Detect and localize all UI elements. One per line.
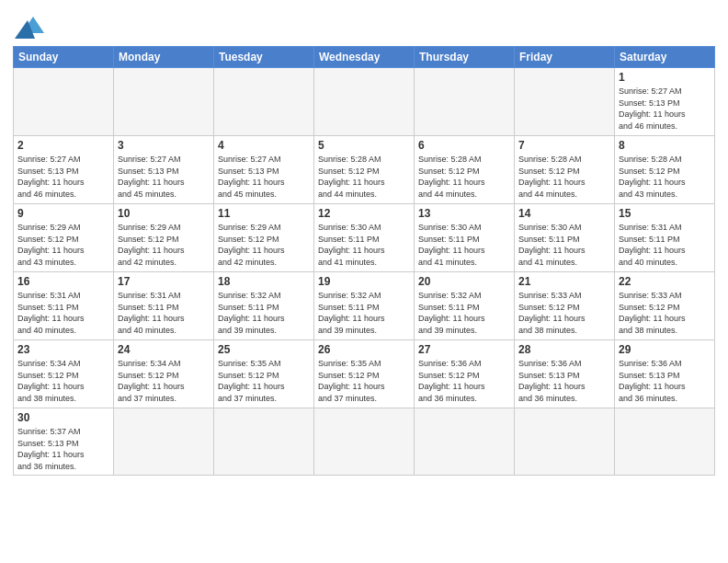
day-info: Sunrise: 5:27 AMSunset: 5:13 PMDaylight:… (218, 154, 310, 200)
calendar-cell: 14Sunrise: 5:30 AMSunset: 5:11 PMDayligh… (515, 204, 615, 272)
day-number: 3 (118, 139, 210, 152)
day-info: Sunrise: 5:27 AMSunset: 5:13 PMDaylight:… (118, 154, 210, 200)
calendar-cell (114, 408, 214, 476)
day-number: 11 (218, 207, 310, 220)
day-info: Sunrise: 5:34 AMSunset: 5:12 PMDaylight:… (118, 358, 210, 404)
day-info: Sunrise: 5:28 AMSunset: 5:12 PMDaylight:… (418, 154, 510, 200)
day-info: Sunrise: 5:36 AMSunset: 5:13 PMDaylight:… (518, 358, 610, 404)
day-number: 17 (118, 275, 210, 288)
calendar-cell (214, 68, 314, 136)
day-number: 5 (318, 139, 410, 152)
calendar-cell: 16Sunrise: 5:31 AMSunset: 5:11 PMDayligh… (14, 272, 114, 340)
day-info: Sunrise: 5:30 AMSunset: 5:11 PMDaylight:… (518, 222, 610, 268)
week-row-1: 1Sunrise: 5:27 AMSunset: 5:13 PMDaylight… (14, 68, 715, 136)
day-number: 20 (418, 275, 510, 288)
day-number: 26 (318, 343, 410, 356)
day-info: Sunrise: 5:37 AMSunset: 5:13 PMDaylight:… (17, 426, 109, 472)
day-info: Sunrise: 5:28 AMSunset: 5:12 PMDaylight:… (518, 154, 610, 200)
day-number: 24 (118, 343, 210, 356)
day-number: 28 (518, 343, 610, 356)
day-info: Sunrise: 5:31 AMSunset: 5:11 PMDaylight:… (118, 290, 210, 336)
day-info: Sunrise: 5:29 AMSunset: 5:12 PMDaylight:… (17, 222, 109, 268)
day-number: 7 (518, 139, 610, 152)
week-row-2: 2Sunrise: 5:27 AMSunset: 5:13 PMDaylight… (14, 136, 715, 204)
day-info: Sunrise: 5:34 AMSunset: 5:12 PMDaylight:… (17, 358, 109, 404)
day-info: Sunrise: 5:30 AMSunset: 5:11 PMDaylight:… (418, 222, 510, 268)
calendar-cell: 2Sunrise: 5:27 AMSunset: 5:13 PMDaylight… (14, 136, 114, 204)
day-number: 30 (17, 411, 109, 424)
day-number: 27 (418, 343, 510, 356)
calendar-cell: 29Sunrise: 5:36 AMSunset: 5:13 PMDayligh… (615, 340, 715, 408)
calendar-cell: 7Sunrise: 5:28 AMSunset: 5:12 PMDaylight… (515, 136, 615, 204)
day-number: 25 (218, 343, 310, 356)
calendar-cell (415, 408, 515, 476)
day-info: Sunrise: 5:35 AMSunset: 5:12 PMDaylight:… (318, 358, 410, 404)
day-number: 23 (17, 343, 109, 356)
day-number: 14 (518, 207, 610, 220)
day-number: 19 (318, 275, 410, 288)
day-number: 6 (418, 139, 510, 152)
calendar-cell: 17Sunrise: 5:31 AMSunset: 5:11 PMDayligh… (114, 272, 214, 340)
calendar-cell: 13Sunrise: 5:30 AMSunset: 5:11 PMDayligh… (415, 204, 515, 272)
logo-icon (15, 13, 44, 39)
weekday-tuesday: Tuesday (214, 47, 314, 68)
day-number: 21 (518, 275, 610, 288)
day-info: Sunrise: 5:33 AMSunset: 5:12 PMDaylight:… (518, 290, 610, 336)
day-number: 22 (619, 275, 711, 288)
calendar-cell (114, 68, 214, 136)
calendar-cell (515, 408, 615, 476)
day-number: 12 (318, 207, 410, 220)
calendar-cell: 30Sunrise: 5:37 AMSunset: 5:13 PMDayligh… (14, 408, 114, 476)
day-info: Sunrise: 5:33 AMSunset: 5:12 PMDaylight:… (619, 290, 711, 336)
calendar-cell (515, 68, 615, 136)
day-info: Sunrise: 5:28 AMSunset: 5:12 PMDaylight:… (619, 154, 711, 200)
day-info: Sunrise: 5:31 AMSunset: 5:11 PMDaylight:… (17, 290, 109, 336)
day-info: Sunrise: 5:27 AMSunset: 5:13 PMDaylight:… (17, 154, 109, 200)
calendar-cell (214, 408, 314, 476)
day-number: 18 (218, 275, 310, 288)
day-number: 4 (218, 139, 310, 152)
weekday-saturday: Saturday (615, 47, 715, 68)
week-row-5: 23Sunrise: 5:34 AMSunset: 5:12 PMDayligh… (14, 340, 715, 408)
calendar-cell: 9Sunrise: 5:29 AMSunset: 5:12 PMDaylight… (14, 204, 114, 272)
day-number: 8 (619, 139, 711, 152)
day-number: 2 (17, 139, 109, 152)
calendar-cell: 12Sunrise: 5:30 AMSunset: 5:11 PMDayligh… (314, 204, 415, 272)
weekday-thursday: Thursday (415, 47, 515, 68)
day-number: 13 (418, 207, 510, 220)
day-info: Sunrise: 5:29 AMSunset: 5:12 PMDaylight:… (118, 222, 210, 268)
week-row-3: 9Sunrise: 5:29 AMSunset: 5:12 PMDaylight… (14, 204, 715, 272)
weekday-monday: Monday (114, 47, 214, 68)
day-info: Sunrise: 5:32 AMSunset: 5:11 PMDaylight:… (218, 290, 310, 336)
calendar-cell: 15Sunrise: 5:31 AMSunset: 5:11 PMDayligh… (615, 204, 715, 272)
day-number: 29 (619, 343, 711, 356)
calendar-cell: 1Sunrise: 5:27 AMSunset: 5:13 PMDaylight… (615, 68, 715, 136)
calendar-cell (415, 68, 515, 136)
calendar-cell (615, 408, 715, 476)
calendar-table: SundayMondayTuesdayWednesdayThursdayFrid… (13, 46, 715, 476)
calendar-cell: 25Sunrise: 5:35 AMSunset: 5:12 PMDayligh… (214, 340, 314, 408)
calendar-cell: 6Sunrise: 5:28 AMSunset: 5:12 PMDaylight… (415, 136, 515, 204)
day-number: 9 (17, 207, 109, 220)
header (13, 9, 715, 39)
calendar-cell: 10Sunrise: 5:29 AMSunset: 5:12 PMDayligh… (114, 204, 214, 272)
calendar-cell: 22Sunrise: 5:33 AMSunset: 5:12 PMDayligh… (615, 272, 715, 340)
calendar-cell: 27Sunrise: 5:36 AMSunset: 5:12 PMDayligh… (415, 340, 515, 408)
weekday-header-row: SundayMondayTuesdayWednesdayThursdayFrid… (14, 47, 715, 68)
day-info: Sunrise: 5:32 AMSunset: 5:11 PMDaylight:… (318, 290, 410, 336)
calendar-cell: 11Sunrise: 5:29 AMSunset: 5:12 PMDayligh… (214, 204, 314, 272)
day-number: 1 (619, 71, 711, 84)
weekday-wednesday: Wednesday (314, 47, 415, 68)
calendar-cell: 21Sunrise: 5:33 AMSunset: 5:12 PMDayligh… (515, 272, 615, 340)
calendar-cell: 18Sunrise: 5:32 AMSunset: 5:11 PMDayligh… (214, 272, 314, 340)
page: SundayMondayTuesdayWednesdayThursdayFrid… (0, 0, 728, 563)
calendar-cell (314, 408, 415, 476)
calendar-cell (314, 68, 415, 136)
day-info: Sunrise: 5:32 AMSunset: 5:11 PMDaylight:… (418, 290, 510, 336)
calendar-cell (14, 68, 114, 136)
calendar-cell: 3Sunrise: 5:27 AMSunset: 5:13 PMDaylight… (114, 136, 214, 204)
calendar-cell: 24Sunrise: 5:34 AMSunset: 5:12 PMDayligh… (114, 340, 214, 408)
weekday-friday: Friday (515, 47, 615, 68)
day-number: 15 (619, 207, 711, 220)
calendar-cell: 23Sunrise: 5:34 AMSunset: 5:12 PMDayligh… (14, 340, 114, 408)
